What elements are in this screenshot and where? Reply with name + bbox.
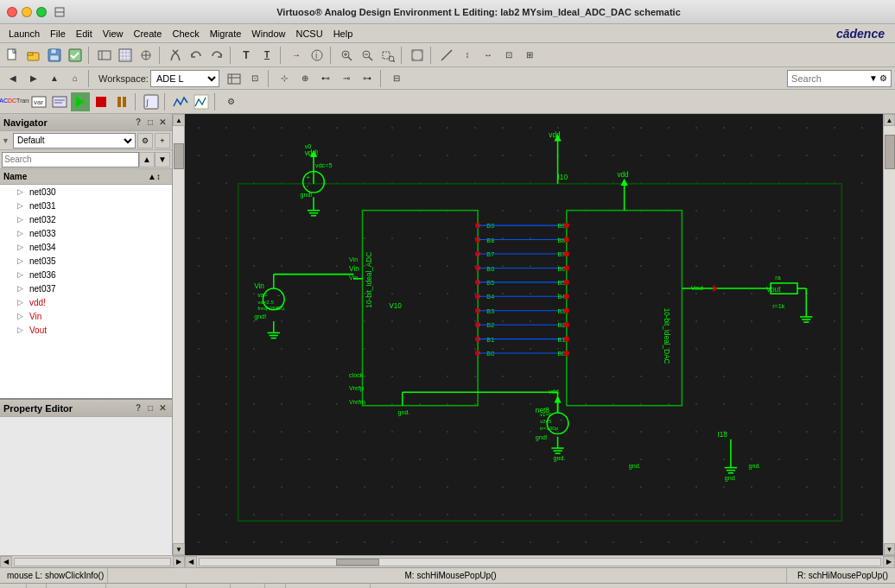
schematic-area[interactable]: vdd! v0 vdd vdc=5 gnd! + - Vin ~ va= — [185, 114, 895, 555]
sch-hscroll-thumb[interactable] — [336, 559, 379, 566]
text-button[interactable]: T — [237, 46, 256, 65]
menu-window[interactable]: Window — [246, 27, 290, 41]
prop-help-btn[interactable]: ? — [132, 402, 144, 414]
tree-item[interactable]: ▷net030 — [0, 185, 172, 199]
arrow-button[interactable]: → — [287, 46, 306, 65]
sch-hscroll-left[interactable]: ◀ — [185, 556, 197, 568]
navigator-search-down[interactable]: ▼ — [155, 152, 170, 168]
search-input[interactable] — [791, 73, 869, 84]
calc-btn[interactable]: ∫ — [142, 92, 161, 111]
netlist-btn[interactable] — [50, 92, 69, 111]
navigator-search-input[interactable] — [2, 152, 139, 168]
waves2-btn[interactable] — [192, 92, 211, 111]
variables-btn[interactable]: var — [29, 92, 48, 111]
sch-vscroll-thumb[interactable] — [885, 135, 895, 169]
prop-close-btn[interactable]: ✕ — [156, 402, 168, 414]
menu-file[interactable]: File — [45, 27, 71, 41]
filter-options-btn[interactable]: ⚙ — [137, 133, 153, 149]
move-tool[interactable]: ⊶ — [358, 69, 377, 88]
search-options-btn[interactable]: ⚙ — [879, 73, 887, 83]
menu-check[interactable]: Check — [167, 27, 204, 41]
zoom-in-button[interactable] — [337, 46, 356, 65]
zoom-area-button[interactable] — [378, 46, 397, 65]
navigator-search-up[interactable]: ▲ — [139, 152, 155, 168]
back-button[interactable]: ◀ — [3, 69, 22, 88]
save-button[interactable] — [45, 46, 64, 65]
tree-item[interactable]: ▷net036 — [0, 268, 172, 281]
minimize-button[interactable] — [22, 7, 32, 17]
snap-sel[interactable]: ⊕ — [295, 69, 314, 88]
zoom-fit-button[interactable] — [95, 46, 114, 65]
menu-migrate[interactable]: Migrate — [205, 27, 247, 41]
col-sort[interactable]: ▲ — [148, 172, 156, 181]
path-tool[interactable]: ⊷ — [316, 69, 335, 88]
menu-create[interactable]: Create — [128, 27, 167, 41]
grid-button[interactable] — [116, 46, 135, 65]
tree-item[interactable]: ▷net037 — [0, 281, 172, 295]
workspace-select[interactable]: ADE L — [150, 70, 219, 87]
col-resize[interactable]: ↕ — [156, 172, 168, 181]
vscroll-down-btn[interactable]: ▼ — [173, 543, 185, 555]
redo-button[interactable] — [207, 46, 226, 65]
select-tool[interactable]: ⊹ — [275, 69, 294, 88]
navigator-float-btn[interactable]: □ — [144, 117, 156, 129]
run-btn[interactable] — [71, 92, 90, 111]
up-button[interactable]: ▲ — [45, 69, 64, 88]
check-save-button[interactable] — [66, 46, 85, 65]
sch-vscroll-down[interactable]: ▼ — [884, 543, 895, 555]
tree-item[interactable]: ▷Vin — [0, 309, 172, 323]
menu-view[interactable]: View — [98, 27, 129, 41]
waves-btn[interactable] — [171, 92, 190, 111]
maximize-button[interactable] — [36, 7, 47, 17]
snap-button[interactable] — [136, 46, 156, 65]
hwire-button[interactable]: ↔ — [479, 46, 498, 65]
tree-item[interactable]: ▷net031 — [0, 199, 172, 212]
tree-expand-icon: ▷ — [17, 270, 28, 279]
props-button[interactable]: i — [308, 46, 327, 65]
sch-vscroll-up[interactable]: ▲ — [884, 114, 895, 126]
prop-float-btn[interactable]: □ — [144, 402, 156, 414]
zoom-out-button[interactable] — [358, 46, 377, 65]
filter-add-btn[interactable]: + — [155, 133, 170, 149]
sch-hscroll-right[interactable]: ▶ — [883, 556, 895, 568]
menu-help[interactable]: Help — [328, 27, 359, 41]
tree-item[interactable]: ▷Vout — [0, 323, 172, 337]
undo-button[interactable] — [187, 46, 206, 65]
forward-button[interactable]: ▶ — [24, 69, 43, 88]
edit-tool[interactable]: ⊸ — [337, 69, 356, 88]
menu-edit[interactable]: Edit — [71, 27, 98, 41]
tree-item[interactable]: ▷net034 — [0, 240, 172, 254]
home-button[interactable]: ⌂ — [66, 69, 85, 88]
tree-item[interactable]: ▷net033 — [0, 226, 172, 240]
tree-item[interactable]: ▷net035 — [0, 254, 172, 268]
vwire-button[interactable]: ↕ — [458, 46, 477, 65]
select-button[interactable]: ⊡ — [499, 46, 518, 65]
options-btn[interactable]: ⚙ — [221, 92, 240, 111]
navigator-help-btn[interactable]: ? — [132, 117, 144, 129]
menu-ncsu[interactable]: NCSU — [290, 27, 327, 41]
stop-btn[interactable] — [92, 92, 111, 111]
navigator-close-btn[interactable]: ✕ — [156, 117, 168, 129]
fit-button[interactable] — [408, 46, 427, 65]
filter-select[interactable]: Default — [13, 133, 136, 149]
ac-dc-trans-btn[interactable]: AC DC Trans — [3, 92, 28, 111]
sel2-tool[interactable]: ⊟ — [387, 69, 406, 88]
close-button[interactable] — [7, 7, 17, 17]
layout-button[interactable]: ⊡ — [245, 69, 264, 88]
cut-button[interactable] — [166, 46, 185, 65]
nav-icon[interactable] — [225, 69, 244, 88]
left-hscroll-right[interactable]: ▶ — [173, 556, 185, 568]
vscroll-thumb[interactable] — [174, 143, 184, 169]
menu-launch[interactable]: Launch — [3, 27, 45, 41]
left-hscroll-left[interactable]: ◀ — [0, 556, 12, 568]
tree-item[interactable]: ▷net032 — [0, 212, 172, 226]
text2-button[interactable]: T — [257, 46, 276, 65]
open-button[interactable] — [24, 46, 43, 65]
wire-button[interactable] — [437, 46, 456, 65]
pause-btn[interactable] — [112, 92, 131, 111]
lasso-button[interactable]: ⊞ — [520, 46, 539, 65]
tree-item[interactable]: ▷vdd! — [0, 295, 172, 309]
vscroll-up-btn[interactable]: ▲ — [173, 114, 185, 126]
search-dropdown-btn[interactable]: ▼ — [869, 73, 878, 83]
new-button[interactable] — [3, 46, 22, 65]
